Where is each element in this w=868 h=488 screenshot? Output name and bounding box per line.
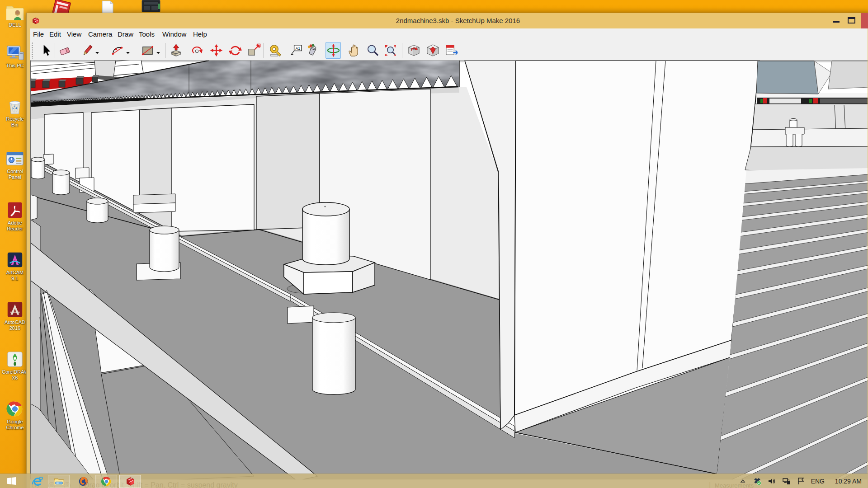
desktop-icon-label: Recycle Bin	[2, 116, 28, 128]
tool-move[interactable]	[208, 42, 224, 59]
viewport-3d-scene[interactable]	[31, 61, 868, 480]
toolbar-drag-handle[interactable]	[31, 42, 33, 59]
tool-zoom[interactable]	[365, 42, 380, 59]
desktop-icon-adobe-reader[interactable]: Adobe Reader	[2, 201, 28, 232]
tool-dropdown-icon[interactable]	[156, 48, 161, 53]
windows-desktop: { "desktop": { "icons": [ { "id": "dell-…	[0, 0, 868, 488]
tool-dropdown-icon[interactable]	[126, 48, 131, 53]
desktop-icon-label: ArtCAM 9.1	[2, 270, 28, 282]
sketchup-logo-icon	[32, 17, 40, 25]
desktop-icon-label: Google Chrome	[2, 419, 28, 431]
adobe-reader-icon	[5, 201, 25, 220]
tool-text[interactable]: A1	[288, 42, 303, 59]
toolbar-separator	[323, 43, 323, 58]
minimize-button[interactable]	[830, 13, 843, 28]
tool-select[interactable]	[38, 42, 53, 59]
desktop-icon-document[interactable]	[100, 0, 115, 12]
toolbar-getting-started: A1	[30, 40, 868, 61]
desktop-icon-autocad[interactable]: AutoCAD 2016	[2, 300, 28, 331]
toolbar-separator	[402, 43, 402, 58]
tool-rectangle[interactable]	[140, 42, 155, 59]
menu-help[interactable]: Help	[190, 28, 210, 40]
desktop-icon-device[interactable]	[141, 0, 161, 12]
control-panel-icon	[5, 149, 25, 168]
taskbar-internet-explorer[interactable]	[26, 475, 48, 488]
tray-network-icon[interactable]	[782, 477, 790, 485]
desktop-icon-label: Adobe Reader	[2, 220, 28, 232]
taskbar-firefox[interactable]	[72, 475, 94, 488]
tool-followme[interactable]	[189, 42, 205, 59]
model-viewport[interactable]	[30, 61, 868, 488]
desktop-icon-label: This PC	[2, 63, 28, 69]
tray-language[interactable]: ENG	[811, 474, 825, 488]
menu-draw[interactable]: Draw	[115, 28, 136, 40]
window-title: 2ndmachine3.skb - SketchUp Make 2016	[76, 13, 840, 28]
tool-zoomext[interactable]	[382, 42, 398, 59]
svg-text:A1: A1	[295, 46, 300, 51]
tool-pan[interactable]	[346, 42, 361, 59]
desktop-icon-label: DELL	[2, 22, 28, 28]
desktop-icon-recycle-bin[interactable]: Recycle Bin	[2, 97, 28, 128]
dell-folder-icon	[5, 3, 25, 22]
taskbar: ENG 10:29 AM	[0, 474, 868, 488]
recycle-bin-icon	[5, 97, 25, 116]
menu-bar: FileEditViewCameraDrawToolsWindowHelp	[30, 28, 868, 40]
tool-tape[interactable]	[267, 42, 283, 59]
tool-warehouse[interactable]	[406, 42, 421, 59]
desktop-icon-label: AutoCAD 2016	[2, 319, 28, 331]
desktop-icon-artcam[interactable]: ArtCAM 9.1	[2, 250, 28, 282]
sketchup-window: 2ndmachine3.skb - SketchUp Make 2016 Fil…	[26, 13, 868, 488]
tray-action-center-icon[interactable]	[797, 477, 805, 485]
artcam-icon	[5, 250, 25, 269]
menu-tools[interactable]: Tools	[136, 28, 157, 40]
menu-window[interactable]: Window	[160, 28, 189, 40]
toolbar-separator	[55, 43, 55, 58]
desktop-icon-label: Control Panel	[2, 169, 28, 180]
google-chrome-icon	[5, 399, 25, 418]
desktop-icon-google-chrome[interactable]: Google Chrome	[2, 399, 28, 431]
this-pc-icon	[5, 43, 25, 62]
window-titlebar[interactable]: 2ndmachine3.skb - SketchUp Make 2016	[27, 13, 868, 28]
maximize-button[interactable]	[845, 13, 859, 28]
desktop-icon-this-pc[interactable]: This PC	[2, 43, 28, 69]
desktop-icon-skp-file[interactable]	[52, 0, 71, 12]
close-button[interactable]	[861, 13, 868, 28]
tool-eraser[interactable]	[57, 42, 73, 59]
toolbar-separator	[263, 43, 264, 58]
tool-dropdown-icon[interactable]	[95, 48, 100, 53]
taskbar-file-explorer[interactable]	[48, 475, 70, 488]
autocad-icon	[5, 300, 25, 319]
taskbar-chrome[interactable]	[95, 475, 117, 488]
tool-arc[interactable]	[109, 42, 125, 59]
taskbar-sketchup[interactable]	[119, 475, 141, 488]
coreldraw-icon	[5, 350, 25, 369]
tool-orbit[interactable]	[326, 42, 341, 59]
menu-file[interactable]: File	[30, 28, 47, 40]
start-button[interactable]	[4, 474, 22, 488]
tool-extension-warehouse[interactable]	[425, 42, 440, 59]
tray-dropbox-icon[interactable]	[753, 477, 761, 485]
menu-camera[interactable]: Camera	[85, 28, 115, 40]
toolbar-separator	[165, 43, 166, 58]
tray-clock[interactable]: 10:29 AM	[835, 474, 862, 488]
tray-volume-icon[interactable]	[768, 477, 776, 485]
tool-scale[interactable]	[246, 42, 261, 59]
desktop-icon-control-panel[interactable]: Control Panel	[2, 149, 28, 180]
desktop-icon-coreldraw[interactable]: CorelDRAW X6	[2, 350, 28, 381]
tool-pencil[interactable]	[80, 42, 95, 59]
menu-edit[interactable]: Edit	[47, 28, 64, 40]
tool-paint[interactable]	[305, 42, 320, 59]
tray-show-hidden-icon[interactable]	[739, 477, 747, 485]
menu-view[interactable]: View	[64, 28, 84, 40]
tool-pushpull[interactable]	[168, 42, 184, 59]
tool-rotate[interactable]	[227, 42, 243, 59]
tool-layout[interactable]	[443, 42, 459, 59]
desktop-icon-dell-folder[interactable]: DELL	[2, 3, 28, 28]
desktop-icon-label: CorelDRAW X6	[2, 369, 28, 381]
